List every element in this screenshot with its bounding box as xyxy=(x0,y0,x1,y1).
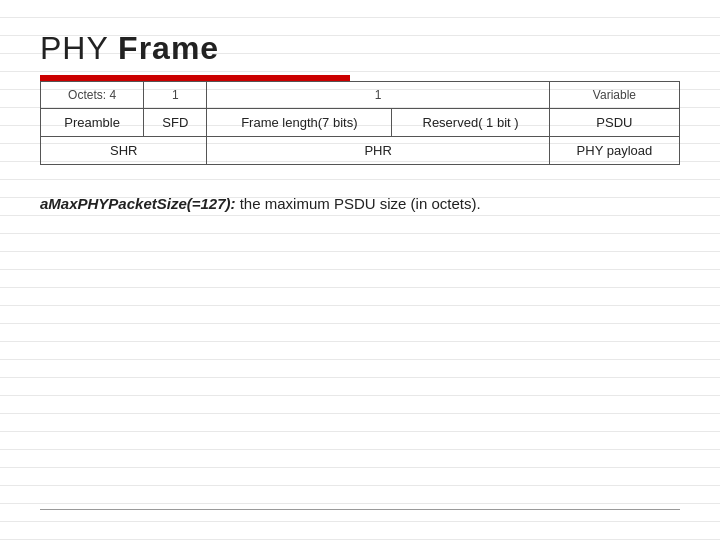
table-row-labels: Preamble SFD Frame length(7 bits) Reserv… xyxy=(41,109,680,137)
table-row-groups: SHR PHR PHY payload xyxy=(41,137,680,165)
note-text: aMaxPHYPacketSize(=127): the maximum PSD… xyxy=(40,195,680,212)
cell-variable: Variable xyxy=(549,82,679,109)
cell-phr: PHR xyxy=(207,137,549,165)
cell-1b: 1 xyxy=(207,82,549,109)
cell-reserved: Reserved( 1 bit ) xyxy=(392,109,550,137)
page-title: PHY Frame xyxy=(40,30,680,67)
cell-preamble: Preamble xyxy=(41,109,144,137)
cell-psdu: PSDU xyxy=(549,109,679,137)
title-area: PHY Frame xyxy=(40,30,680,67)
cell-octets: Octets: 4 xyxy=(41,82,144,109)
cell-sfd: SFD xyxy=(144,109,207,137)
title-prefix: PHY xyxy=(40,30,118,66)
bottom-line xyxy=(40,509,680,510)
title-bold: Frame xyxy=(118,30,219,66)
cell-phy-payload: PHY payload xyxy=(549,137,679,165)
note-italic: aMaxPHYPacketSize(=127): xyxy=(40,195,236,212)
content: PHY Frame Octets: 4 1 1 Variable Preambl… xyxy=(40,30,680,212)
frame-table: Octets: 4 1 1 Variable Preamble SFD Fram… xyxy=(40,81,680,165)
table-row-octets: Octets: 4 1 1 Variable xyxy=(41,82,680,109)
cell-1a: 1 xyxy=(144,82,207,109)
note-normal: the maximum PSDU size (in octets). xyxy=(240,195,481,212)
cell-shr: SHR xyxy=(41,137,207,165)
cell-frame-length: Frame length(7 bits) xyxy=(207,109,392,137)
page: PHY Frame Octets: 4 1 1 Variable Preambl… xyxy=(0,0,720,540)
